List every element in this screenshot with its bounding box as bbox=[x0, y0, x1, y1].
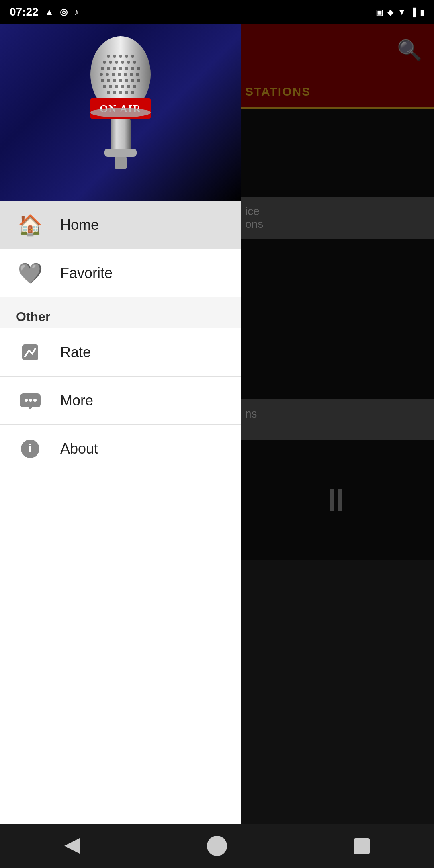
other-section-header: Other bbox=[0, 297, 241, 328]
status-bar-right: ▣ ◆ ▼ ▐ ▮ bbox=[376, 7, 424, 17]
menu-list: 🏠 Home 🩶 Favorite Other Rate bbox=[0, 201, 241, 868]
microphone-illustration: ON AIR bbox=[68, 36, 173, 189]
svg-point-25 bbox=[136, 73, 139, 76]
menu-item-favorite[interactable]: 🩶 Favorite bbox=[0, 249, 241, 297]
svg-point-15 bbox=[119, 67, 122, 70]
svg-point-33 bbox=[103, 85, 106, 88]
svg-point-1 bbox=[107, 55, 110, 58]
svg-point-32 bbox=[137, 79, 140, 82]
svg-text:i: i bbox=[29, 442, 32, 454]
svg-rect-48 bbox=[115, 157, 127, 169]
home-label: Home bbox=[60, 217, 99, 233]
svg-point-40 bbox=[113, 91, 116, 94]
svg-marker-58 bbox=[64, 838, 80, 854]
status-bar: 07:22 ▲ ◎ ♪ ▣ ◆ ▼ ▐ ▮ bbox=[0, 0, 434, 24]
svg-point-16 bbox=[125, 67, 128, 70]
svg-point-30 bbox=[125, 79, 128, 82]
svg-point-19 bbox=[100, 73, 103, 76]
svg-point-17 bbox=[131, 67, 134, 70]
svg-marker-55 bbox=[27, 406, 33, 409]
svg-point-18 bbox=[137, 67, 140, 70]
battery-icon: ▮ bbox=[420, 7, 424, 17]
svg-rect-47 bbox=[104, 149, 137, 157]
cast-icon: ▣ bbox=[376, 7, 383, 17]
svg-point-43 bbox=[131, 91, 134, 94]
svg-point-38 bbox=[133, 85, 136, 88]
svg-point-29 bbox=[119, 79, 122, 82]
svg-point-35 bbox=[115, 85, 118, 88]
svg-point-20 bbox=[106, 73, 109, 76]
svg-point-41 bbox=[119, 91, 122, 94]
svg-point-5 bbox=[131, 55, 134, 58]
wifi-icon: ▼ bbox=[397, 7, 406, 17]
camera-icon: ◎ bbox=[60, 7, 68, 17]
svg-point-54 bbox=[33, 399, 37, 402]
svg-point-59 bbox=[207, 836, 227, 856]
svg-point-42 bbox=[125, 91, 128, 94]
svg-point-13 bbox=[107, 67, 110, 70]
svg-point-11 bbox=[133, 61, 136, 64]
about-label: About bbox=[60, 440, 98, 457]
menu-item-about[interactable]: i About bbox=[0, 425, 241, 473]
drawer-hero-image: ON AIR bbox=[0, 24, 241, 201]
heart-icon: 🩶 bbox=[16, 259, 44, 287]
status-bar-left: 07:22 ▲ ◎ ♪ bbox=[10, 6, 78, 18]
svg-point-3 bbox=[119, 55, 122, 58]
rate-label: Rate bbox=[60, 344, 91, 361]
sim-icon: ▲ bbox=[45, 7, 54, 17]
location-icon: ◆ bbox=[387, 7, 393, 17]
menu-item-home[interactable]: 🏠 Home bbox=[0, 201, 241, 249]
back-button[interactable] bbox=[56, 830, 88, 862]
svg-rect-60 bbox=[354, 838, 370, 854]
svg-point-9 bbox=[121, 61, 124, 64]
home-icon: 🏠 bbox=[16, 211, 44, 239]
svg-point-53 bbox=[29, 399, 32, 402]
svg-point-6 bbox=[103, 61, 106, 64]
music-icon: ♪ bbox=[74, 7, 78, 17]
signal-icon: ▐ bbox=[410, 8, 416, 17]
navigation-bar bbox=[0, 824, 434, 868]
svg-point-10 bbox=[127, 61, 130, 64]
time-display: 07:22 bbox=[10, 6, 39, 18]
svg-point-22 bbox=[118, 73, 121, 76]
svg-point-27 bbox=[107, 79, 110, 82]
svg-point-52 bbox=[25, 399, 28, 402]
svg-point-34 bbox=[109, 85, 112, 88]
drawer-scrim[interactable] bbox=[237, 24, 434, 868]
rate-icon bbox=[16, 338, 44, 366]
svg-point-7 bbox=[109, 61, 112, 64]
favorite-label: Favorite bbox=[60, 265, 113, 282]
svg-point-36 bbox=[121, 85, 124, 88]
svg-point-49 bbox=[90, 108, 151, 117]
more-icon bbox=[16, 387, 44, 415]
menu-item-more[interactable]: More bbox=[0, 377, 241, 425]
more-label: More bbox=[60, 392, 93, 409]
recents-button[interactable] bbox=[346, 830, 378, 862]
svg-point-26 bbox=[101, 79, 104, 82]
svg-point-39 bbox=[107, 91, 110, 94]
navigation-drawer: ON AIR 🏠 Home 🩶 Favorite Other bbox=[0, 24, 241, 868]
svg-point-2 bbox=[113, 55, 116, 58]
svg-point-37 bbox=[127, 85, 130, 88]
svg-point-28 bbox=[113, 79, 116, 82]
home-button[interactable] bbox=[201, 830, 233, 862]
svg-point-4 bbox=[125, 55, 128, 58]
svg-point-14 bbox=[113, 67, 116, 70]
info-icon: i bbox=[16, 435, 44, 463]
svg-point-23 bbox=[124, 73, 127, 76]
svg-point-21 bbox=[112, 73, 115, 76]
menu-item-rate[interactable]: Rate bbox=[0, 328, 241, 377]
svg-point-8 bbox=[115, 61, 118, 64]
svg-point-31 bbox=[131, 79, 134, 82]
svg-rect-46 bbox=[111, 119, 131, 151]
svg-point-12 bbox=[101, 67, 104, 70]
svg-point-24 bbox=[130, 73, 133, 76]
